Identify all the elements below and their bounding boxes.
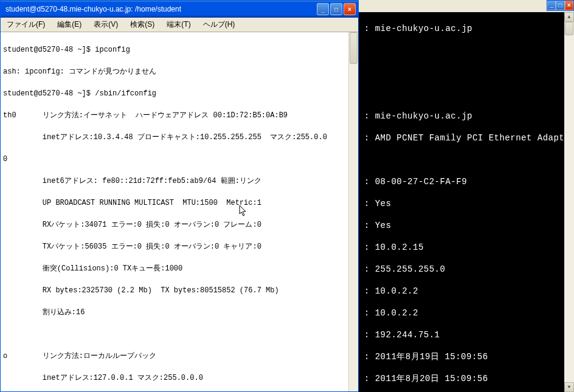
scroll-thumb[interactable] xyxy=(565,22,573,35)
cmd-line: : mie-chukyo-u.ac.jp xyxy=(359,111,574,122)
menu-file[interactable]: ファイル(F) xyxy=(3,18,49,31)
terminal-line: RXパケット:34071 エラー:0 損失:0 オーバラン:0 フレーム:0 xyxy=(3,219,356,230)
terminal-minimize-button[interactable]: _ xyxy=(317,3,329,15)
terminal-line: inetアドレス:10.3.4.48 ブロードキャスト:10.255.255.2… xyxy=(3,132,356,143)
terminal-scrollbar[interactable] xyxy=(348,32,358,391)
terminal-line: RX bytes:2325730 (2.2 Mb) TX bytes:80515… xyxy=(3,285,356,296)
terminal-line: 0 xyxy=(3,154,356,165)
cmd-line: : Yes xyxy=(359,198,574,209)
terminal-line: UP BROADCAST RUNNING MULTICAST MTU:1500 … xyxy=(3,198,356,208)
terminal-line: TXパケット:56035 エラー:0 損失:0 オーバラン:0 キャリア:0 xyxy=(3,241,356,252)
terminal-line: th0 リンク方法:イーサネット ハードウェアアドレス 00:1D:72:B5:… xyxy=(3,110,356,121)
desktop-minimize-button[interactable]: _ xyxy=(547,1,556,10)
desktop-window-controls: _ □ × xyxy=(547,0,574,11)
cmd-body[interactable]: : mie-chukyo-u.ac.jp : mie-chukyo-u.ac.j… xyxy=(359,12,574,392)
cmd-window: : mie-chukyo-u.ac.jp : mie-chukyo-u.ac.j… xyxy=(359,12,574,392)
terminal-title: student@d5270-48.mie-chukyo-u.ac.jp: /ho… xyxy=(3,5,317,13)
terminal-line: ash: ipconfig: コマンドが見つかりません xyxy=(3,66,356,77)
terminal-body[interactable]: student@d5270-48 ~]$ ipconfig ash: ipcon… xyxy=(1,32,358,391)
cmd-line: : 10.0.2.2 xyxy=(359,286,574,297)
cmd-line xyxy=(359,154,574,165)
cmd-scrollbar[interactable]: ▲ ▼ xyxy=(564,12,574,392)
terminal-line: 衝突(Collisions):0 TXキュー長:1000 xyxy=(3,263,356,274)
desktop-close-button[interactable]: × xyxy=(565,1,573,10)
terminal-line: student@d5270-48 ~]$ /sbin/ifconfig xyxy=(3,88,356,99)
menu-edit[interactable]: 編集(E) xyxy=(54,18,85,31)
terminal-line: inet6アドレス: fe80::21d:72ff:feb5:ab9/64 範囲… xyxy=(3,176,356,187)
menu-terminal[interactable]: 端末(T) xyxy=(163,18,194,31)
terminal-titlebar[interactable]: student@d5270-48.mie-chukyo-u.ac.jp: /ho… xyxy=(1,1,358,18)
scroll-up-button[interactable]: ▲ xyxy=(564,12,574,22)
menu-help[interactable]: ヘルプ(H) xyxy=(199,18,239,31)
terminal-close-button[interactable]: × xyxy=(344,3,356,15)
cmd-line: : Yes xyxy=(359,220,574,231)
terminal-line: inetアドレス:127.0.0.1 マスク:255.0.0.0 xyxy=(3,373,356,383)
terminal-line: 割り込み:16 xyxy=(3,307,356,318)
terminal-maximize-button[interactable]: □ xyxy=(330,3,342,15)
cmd-line: : 192.244.75.1 xyxy=(359,329,574,340)
desktop-maximize-button[interactable]: □ xyxy=(556,1,564,10)
terminal-menubar: ファイル(F) 編集(E) 表示(V) 検索(S) 端末(T) ヘルプ(H) xyxy=(1,18,358,32)
menu-search[interactable]: 検索(S) xyxy=(126,18,158,31)
cmd-line: : 2011年8月20日 15:09:56 xyxy=(359,373,574,384)
terminal-window-controls: _ □ × xyxy=(317,3,356,15)
cmd-line xyxy=(359,45,574,56)
terminal-line xyxy=(3,329,356,340)
cmd-line: : AMD PCNET Family PCI Ethernet Adapter xyxy=(359,132,574,143)
menu-view[interactable]: 表示(V) xyxy=(90,18,122,31)
terminal-window: student@d5270-48.mie-chukyo-u.ac.jp: /ho… xyxy=(0,0,359,392)
cmd-line xyxy=(359,67,574,78)
scroll-down-button[interactable]: ▼ xyxy=(564,382,574,392)
cmd-line: : 2011年8月19日 15:09:56 xyxy=(359,351,574,362)
cmd-line: : 255.255.255.0 xyxy=(359,264,574,275)
cmd-line xyxy=(359,89,574,100)
cmd-line: : 10.0.2.15 xyxy=(359,242,574,253)
cmd-line: : 10.0.2.2 xyxy=(359,308,574,318)
cmd-line: : mie-chukyo-u.ac.jp xyxy=(359,23,574,34)
terminal-line: o リンク方法:ローカルループバック xyxy=(3,351,356,362)
cmd-line: : 08-00-27-C2-FA-F9 xyxy=(359,176,574,187)
terminal-line: student@d5270-48 ~]$ ipconfig xyxy=(3,44,356,55)
